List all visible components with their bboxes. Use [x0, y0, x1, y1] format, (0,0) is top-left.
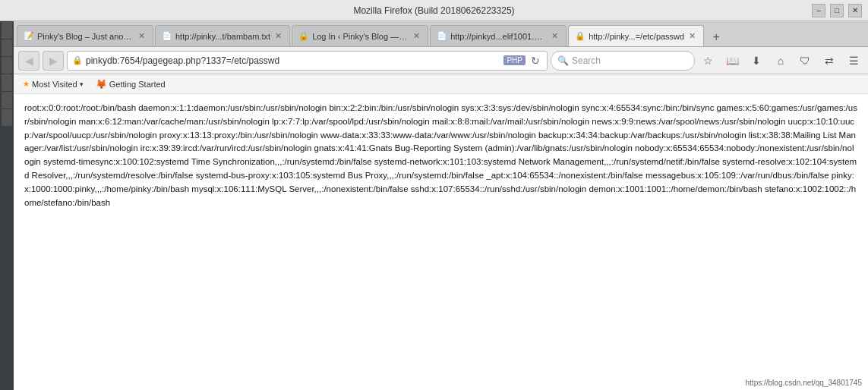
url-bar[interactable]: 🔒 pinkydb:7654/pagegeap.php?1337=/etc/pa…	[67, 51, 548, 71]
tab-favicon: 📄	[437, 31, 447, 41]
bookmark-most-visited[interactable]: ★ Most Visited ▾	[20, 78, 87, 90]
left-panel-item[interactable]	[2, 22, 12, 39]
tab-favicon: 🔒	[575, 31, 586, 41]
new-tab-button[interactable]: +	[707, 28, 725, 46]
tab-close-button[interactable]: ✕	[137, 31, 147, 41]
firefox-icon: 🦊	[96, 79, 107, 90]
tab-close-button[interactable]: ✕	[412, 31, 421, 41]
tab-favicon: 🔒	[298, 31, 309, 41]
window-title: Mozilla Firefox (Build 20180626223325)	[353, 5, 514, 16]
close-button[interactable]: ✕	[848, 4, 862, 17]
tab-close-button[interactable]: ✕	[273, 31, 283, 41]
forward-button[interactable]: ▶	[43, 51, 64, 71]
tab-favicon: 📝	[24, 31, 34, 41]
window-controls: – □ ✕	[812, 4, 862, 17]
nav-bar: ◀ ▶ 🔒 pinkydb:7654/pagegeap.php?1337=/et…	[14, 47, 868, 74]
search-bar[interactable]: 🔍 Search	[551, 51, 695, 71]
left-panel-item[interactable]	[2, 39, 12, 56]
tab-pinky-blog[interactable]: 📝 Pinky's Blog – Just anoth... ✕	[17, 25, 153, 46]
minimize-button[interactable]: –	[812, 4, 825, 17]
tab-close-button[interactable]: ✕	[687, 31, 697, 41]
reader-view-button[interactable]: 📖	[722, 51, 742, 71]
tab-close-button[interactable]: ✕	[550, 31, 560, 41]
shield-button[interactable]: 🛡	[795, 51, 815, 71]
tab-label: http://pinkyd...elif1001.php	[450, 32, 547, 41]
left-panel-item[interactable]	[2, 92, 12, 109]
bookmark-label: Getting Started	[109, 80, 166, 89]
home-button[interactable]: ⌂	[771, 51, 791, 71]
content-area: root:x:0:0:root:/root:/bin/bash daemon:x…	[14, 94, 868, 390]
tab-label: http://pinky...=/etc/passwd	[589, 32, 684, 41]
bookmark-star-button[interactable]: ☆	[698, 51, 718, 71]
status-url: https://blog.csdn.net/qq_34801745	[746, 379, 862, 387]
title-bar: Mozilla Firefox (Build 20180626223325) –…	[0, 0, 868, 21]
search-icon: 🔍	[557, 55, 569, 66]
maximize-button[interactable]: □	[830, 4, 844, 17]
menu-button[interactable]: ☰	[844, 51, 863, 71]
left-panel	[0, 21, 14, 390]
tab-favicon: 📄	[162, 31, 172, 41]
tab-label: Log In ‹ Pinky's Blog — W...	[312, 32, 409, 41]
tab-bambam[interactable]: 📄 http://pinky...t/bambam.txt ✕	[155, 25, 290, 46]
tab-label: Pinky's Blog – Just anoth...	[37, 32, 134, 41]
chevron-down-icon: ▾	[80, 80, 84, 88]
reload-button[interactable]: ↻	[529, 55, 542, 67]
star-icon: ★	[23, 80, 30, 88]
back-button[interactable]: ◀	[18, 51, 39, 71]
bookmark-label: Most Visited	[32, 80, 77, 89]
left-panel-item[interactable]	[2, 109, 12, 126]
tab-passwd[interactable]: 🔒 http://pinky...=/etc/passwd ✕	[568, 25, 704, 46]
status-bar: https://blog.csdn.net/qq_34801745	[740, 376, 868, 391]
page-content: root:x:0:0:root:/root:/bin/bash daemon:x…	[24, 103, 857, 207]
search-placeholder: Search	[572, 55, 601, 66]
download-button[interactable]: ⬇	[746, 51, 766, 71]
tab-label: http://pinky...t/bambam.txt	[175, 32, 270, 41]
sync-button[interactable]: ⇄	[819, 51, 839, 71]
nav-icons: ☆ 📖 ⬇ ⌂ 🛡 ⇄ ☰	[698, 51, 863, 71]
php-badge: PHP	[503, 55, 526, 65]
left-panel-item[interactable]	[2, 74, 12, 91]
lock-icon: 🔒	[72, 55, 83, 65]
bookmarks-bar: ★ Most Visited ▾ 🦊 Getting Started	[14, 74, 868, 94]
bookmark-getting-started[interactable]: 🦊 Getting Started	[93, 77, 169, 91]
tab-elif[interactable]: 📄 http://pinkyd...elif1001.php ✕	[430, 25, 567, 46]
left-panel-item[interactable]	[2, 57, 12, 74]
url-text: pinkydb:7654/pagegeap.php?1337=/etc/pass…	[86, 55, 500, 66]
tab-bar: 📝 Pinky's Blog – Just anoth... ✕ 📄 http:…	[14, 21, 868, 47]
tab-login[interactable]: 🔒 Log In ‹ Pinky's Blog — W... ✕	[292, 25, 428, 46]
